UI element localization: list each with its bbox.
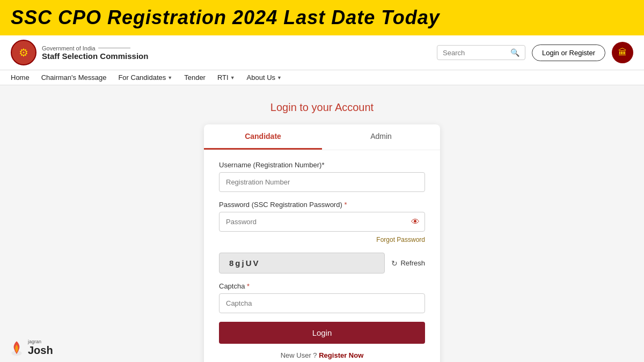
refresh-icon: ↻: [391, 259, 398, 268]
ssc-logo-text: Government of India Staff Selection Comm…: [42, 45, 148, 61]
ssc-navbar: ⚙ Government of India Staff Selection Co…: [0, 35, 644, 70]
nav-home[interactable]: Home: [11, 73, 30, 82]
top-banner: SSC CPO Registration 2024 Last Date Toda…: [0, 0, 644, 35]
username-label: Username (Registration Number)*: [219, 161, 425, 169]
nav-about-us[interactable]: About Us ▼: [247, 73, 282, 82]
search-input[interactable]: [443, 49, 507, 57]
login-card: Candidate Admin Username (Registration N…: [204, 124, 440, 362]
ssc-emblem-icon: ⚙: [11, 40, 36, 65]
ssc-logo: ⚙ Government of India Staff Selection Co…: [11, 40, 148, 65]
gov-label: Government of India: [42, 45, 148, 51]
jagran-josh-text: jagran Josh: [28, 339, 53, 357]
navbar-right: 🔍 Login or Register 🏛: [437, 42, 633, 63]
chevron-down-icon: ▼: [167, 75, 172, 80]
captcha-input[interactable]: [219, 293, 425, 313]
password-label: Password (SSC Registration Password) *: [219, 201, 425, 209]
register-now-link[interactable]: Register Now: [319, 351, 363, 359]
chevron-down-icon: ▼: [277, 75, 282, 80]
register-text: New User ? Register Now: [219, 351, 425, 359]
login-register-button[interactable]: Login or Register: [532, 45, 605, 61]
password-wrapper: 👁: [219, 212, 425, 232]
nav-tender[interactable]: Tender: [184, 73, 206, 82]
nav-menu: Home Chairman's Message For Candidates ▼…: [0, 70, 644, 85]
captcha-row: 8gjUV ↻ Refresh: [219, 253, 425, 274]
jagran-josh-logo: jagran Josh: [8, 339, 53, 357]
tab-admin[interactable]: Admin: [322, 124, 440, 150]
chevron-down-icon: ▼: [230, 75, 235, 80]
nav-rti[interactable]: RTI ▼: [217, 73, 235, 82]
banner-title: SSC CPO Registration 2024 Last Date Toda…: [11, 6, 440, 29]
forgot-password-anchor[interactable]: Forgot Password: [376, 236, 425, 243]
nav-for-candidates[interactable]: For Candidates ▼: [118, 73, 172, 82]
login-tabs: Candidate Admin: [204, 124, 440, 150]
josh-label: Josh: [28, 344, 53, 357]
main-content: Login to your Account Candidate Admin Us…: [0, 85, 644, 362]
login-submit-button[interactable]: Login: [219, 322, 425, 344]
refresh-button[interactable]: ↻ Refresh: [391, 259, 425, 268]
password-group: Password (SSC Registration Password) * 👁…: [219, 201, 425, 244]
eye-icon[interactable]: 👁: [411, 217, 420, 227]
tab-candidate[interactable]: Candidate: [204, 124, 322, 150]
form-body: Username (Registration Number)* Password…: [204, 150, 440, 362]
username-input[interactable]: [219, 172, 425, 192]
login-title: Login to your Account: [270, 101, 374, 114]
search-box[interactable]: 🔍: [437, 45, 525, 60]
search-icon: 🔍: [510, 48, 519, 57]
forgot-password-link: Forgot Password: [219, 234, 425, 244]
jagran-label: jagran: [28, 339, 53, 344]
commission-label: Staff Selection Commission: [42, 51, 148, 61]
captcha-display: 8gjUV: [219, 253, 385, 274]
jagran-flame-icon: [8, 339, 25, 357]
nav-chairmans-message[interactable]: Chairman's Message: [41, 73, 107, 82]
india-emblem-icon: 🏛: [612, 42, 633, 63]
password-input[interactable]: [219, 212, 425, 232]
captcha-group: Captcha *: [219, 282, 425, 313]
captcha-label: Captcha *: [219, 282, 425, 290]
username-group: Username (Registration Number)*: [219, 161, 425, 192]
